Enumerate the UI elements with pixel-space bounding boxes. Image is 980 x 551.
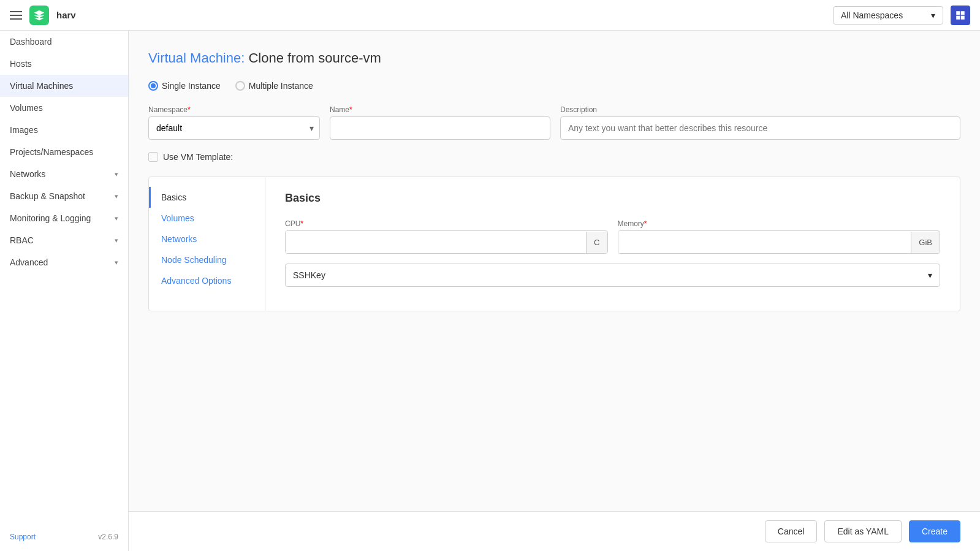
svg-rect-1 [961, 11, 965, 15]
sidebar-item-volumes[interactable]: Volumes [0, 97, 128, 119]
chevron-down-icon: ▾ [115, 192, 118, 200]
memory-suffix: GiB [911, 232, 940, 253]
memory-input[interactable]: 1 [618, 231, 911, 253]
multiple-instance-radio[interactable]: Multiple Instance [235, 81, 313, 91]
wizard-nav-basics[interactable]: Basics [149, 187, 265, 208]
sidebar-item-backup-snapshot[interactable]: Backup & Snapshot ▾ [0, 185, 128, 207]
cpu-input-group: 1 C [285, 230, 608, 254]
cpu-field: CPU* 1 C [285, 219, 608, 254]
wizard-nav-volumes[interactable]: Volumes [149, 208, 265, 229]
instance-toggle: Single Instance Multiple Instance [148, 81, 960, 91]
page-title: Virtual Machine: Clone from source-vm [148, 50, 960, 66]
multiple-instance-radio-circle [235, 81, 245, 91]
memory-input-group: 1 GiB [618, 230, 941, 254]
form-top-row: Namespace* default ▾ Name* clone-vm-with… [148, 105, 960, 140]
sidebar-item-images[interactable]: Images [0, 119, 128, 141]
namespace-selector[interactable]: All Namespaces ▾ [833, 6, 943, 25]
wizard-nav: Basics Volumes Networks Node Scheduling … [149, 177, 265, 311]
chevron-down-icon: ▾ [115, 170, 118, 178]
sshkey-select[interactable]: SSHKey ▾ [285, 264, 940, 287]
description-field: Description [560, 105, 960, 140]
sidebar-item-rbac[interactable]: RBAC ▾ [0, 229, 128, 251]
wizard-nav-node-scheduling[interactable]: Node Scheduling [149, 249, 265, 270]
name-field: Name* clone-vm-without-data [330, 105, 550, 140]
sidebar: Dashboard Hosts Virtual Machines Volumes… [0, 31, 129, 551]
sidebar-item-advanced[interactable]: Advanced ▾ [0, 251, 128, 273]
app-logo [29, 6, 49, 25]
sidebar-item-virtual-machines[interactable]: Virtual Machines [0, 75, 128, 97]
wizard-layout: Basics Volumes Networks Node Scheduling … [148, 177, 960, 311]
name-label: Name* [330, 105, 550, 114]
memory-label: Memory* [618, 219, 941, 228]
sidebar-item-projects-namespaces[interactable]: Projects/Namespaces [0, 141, 128, 163]
chevron-down-icon: ▾ [115, 259, 118, 267]
version-label: v2.6.9 [98, 533, 118, 541]
cpu-suffix: C [586, 232, 607, 253]
main-content: Virtual Machine: Clone from source-vm Si… [129, 31, 980, 551]
menu-icon[interactable] [10, 11, 22, 20]
description-label: Description [560, 105, 960, 114]
single-instance-radio[interactable]: Single Instance [148, 81, 221, 91]
sshkey-field: SSHKey ▾ [285, 264, 940, 287]
create-button[interactable]: Create [909, 520, 960, 542]
vm-template-row: Use VM Template: [148, 152, 960, 162]
chevron-down-icon: ▾ [115, 237, 118, 245]
cpu-label: CPU* [285, 219, 608, 228]
wizard-nav-networks[interactable]: Networks [149, 229, 265, 249]
description-input[interactable] [560, 116, 960, 140]
vm-template-checkbox[interactable] [148, 152, 158, 162]
app-icon [951, 6, 970, 25]
namespace-select-wrapper: default ▾ [148, 116, 320, 140]
sidebar-item-monitoring-logging[interactable]: Monitoring & Logging ▾ [0, 207, 128, 229]
support-link[interactable]: Support [10, 533, 36, 541]
svg-rect-2 [956, 15, 960, 19]
edit-as-yaml-button[interactable]: Edit as YAML [824, 520, 902, 542]
svg-rect-0 [956, 11, 960, 15]
sidebar-footer: Support v2.6.9 [0, 523, 128, 551]
section-title: Basics [285, 192, 940, 205]
namespace-label: Namespace* [148, 105, 320, 114]
sidebar-item-networks[interactable]: Networks ▾ [0, 163, 128, 185]
wizard-content: Basics CPU* 1 C [265, 177, 960, 311]
namespace-select[interactable]: default [148, 116, 320, 140]
chevron-down-icon: ▾ [115, 215, 118, 222]
cpu-input[interactable]: 1 [286, 231, 586, 253]
single-instance-radio-circle [148, 81, 158, 91]
cancel-button[interactable]: Cancel [765, 520, 818, 542]
sidebar-item-dashboard[interactable]: Dashboard [0, 31, 128, 53]
chevron-down-icon: ▾ [928, 270, 932, 280]
memory-field: Memory* 1 GiB [618, 219, 941, 254]
sidebar-item-hosts[interactable]: Hosts [0, 53, 128, 75]
svg-rect-3 [961, 15, 965, 19]
namespace-field: Namespace* default ▾ [148, 105, 320, 140]
wizard-nav-advanced-options[interactable]: Advanced Options [149, 270, 265, 291]
bottom-bar: Cancel Edit as YAML Create [129, 511, 980, 551]
cpu-memory-row: CPU* 1 C Memory* 1 [285, 219, 940, 254]
name-input[interactable]: clone-vm-without-data [330, 116, 550, 140]
app-title: harv [56, 10, 76, 20]
